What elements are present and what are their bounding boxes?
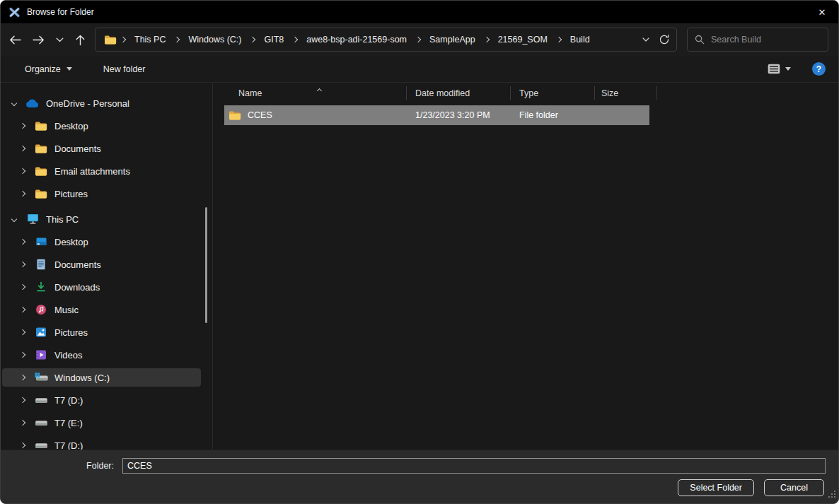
drive-windows-icon: [34, 371, 48, 384]
sidebar-item-onedrive-personal[interactable]: OneDrive - Personal: [2, 94, 201, 112]
sidebar-item-documents[interactable]: Documents: [2, 255, 201, 274]
forward-button[interactable]: [27, 29, 50, 50]
breadcrumb-segment[interactable]: GIT8: [259, 33, 289, 47]
sidebar-item-desktop[interactable]: Desktop: [2, 117, 201, 135]
sidebar-item-label: This PC: [46, 214, 79, 225]
close-icon: ✕: [818, 7, 826, 18]
sidebar-item-label: Documents: [54, 259, 101, 270]
sort-ascending-icon: [318, 85, 321, 95]
change-view-button[interactable]: [768, 64, 791, 74]
chevron-right-icon[interactable]: [18, 353, 28, 357]
chevron-down-icon[interactable]: [9, 217, 19, 221]
column-header-name[interactable]: Name: [213, 83, 407, 102]
chevron-right-icon[interactable]: [18, 146, 28, 151]
forward-arrow-icon: [32, 35, 45, 45]
close-button[interactable]: ✕: [806, 1, 838, 23]
chevron-down-icon: [56, 37, 64, 42]
help-button[interactable]: ?: [812, 62, 826, 76]
chevron-right-icon[interactable]: [18, 262, 28, 266]
sidebar-item-windows-c-[interactable]: Windows (C:): [2, 368, 201, 387]
chevron-right-icon[interactable]: [18, 307, 28, 312]
back-arrow-icon: [8, 35, 22, 45]
chevron-right-icon[interactable]: [18, 330, 28, 334]
breadcrumb-segment[interactable]: awe8-bsp-adi-21569-som: [301, 33, 412, 47]
footer-bar: Folder: Select Folder Cancel: [1, 450, 838, 503]
onedrive-icon: [25, 97, 40, 110]
search-box[interactable]: [687, 28, 828, 52]
help-icon: ?: [816, 64, 821, 74]
column-header-size[interactable]: Size: [595, 83, 657, 102]
file-list-pane: Name Date modified Type Size CCES 1/23/2…: [213, 83, 838, 450]
chevron-right-icon[interactable]: [18, 192, 28, 196]
chevron-right-icon[interactable]: [18, 285, 28, 289]
chevron-right-icon[interactable]: [18, 169, 28, 173]
breadcrumb-chevron-icon: [118, 37, 128, 42]
resize-grip-icon[interactable]: [827, 488, 836, 501]
sidebar-item-label: Windows (C:): [54, 373, 110, 383]
sidebar-item-label: T7 (E:): [54, 418, 83, 428]
search-input[interactable]: [711, 35, 821, 45]
view-dropdown-caret-icon: [785, 67, 791, 71]
sidebar-item-downloads[interactable]: Downloads: [2, 278, 201, 296]
sidebar-item-label: Desktop: [54, 121, 88, 131]
sidebar-item-label: OneDrive - Personal: [46, 98, 129, 109]
navigation-pane: OneDrive - PersonalDesktopDocumentsEmail…: [1, 83, 213, 450]
drive-icon: [34, 439, 48, 450]
cancel-button[interactable]: Cancel: [764, 479, 824, 496]
folder-field-label: Folder:: [1, 461, 114, 471]
sidebar-item-email-attachments[interactable]: Email attachments: [2, 162, 201, 180]
sidebar-item-label: T7 (D:): [54, 395, 83, 406]
sidebar-item-music[interactable]: Music: [2, 300, 201, 319]
breadcrumb-segment[interactable]: SampleApp: [424, 33, 480, 47]
cces-app-icon: [8, 6, 21, 18]
music-icon: [34, 303, 48, 316]
command-toolbar: Organize New folder ?: [1, 56, 838, 83]
sidebar-item-label: Pictures: [54, 327, 88, 338]
sidebar-item-label: Videos: [54, 350, 83, 361]
breadcrumb-segment[interactable]: Build: [565, 33, 595, 47]
chevron-right-icon[interactable]: [18, 421, 28, 425]
chevron-right-icon[interactable]: [18, 398, 28, 402]
address-bar[interactable]: This PCWindows (C:)GIT8awe8-bsp-adi-2156…: [95, 28, 677, 52]
sidebar-item-t7-e-[interactable]: T7 (E:): [2, 414, 201, 432]
chevron-right-icon[interactable]: [18, 240, 28, 244]
sidebar-item-documents[interactable]: Documents: [2, 139, 201, 158]
file-name: CCES: [248, 110, 272, 120]
new-folder-button[interactable]: New folder: [103, 64, 146, 74]
sidebar-item-videos[interactable]: Videos: [2, 346, 201, 364]
breadcrumb-segment[interactable]: This PC: [129, 33, 170, 47]
sidebar-item-label: T7 (D:): [54, 440, 83, 450]
sidebar-item-t7-d-[interactable]: T7 (D:): [2, 391, 201, 409]
sidebar-scrollbar[interactable]: [205, 207, 207, 323]
sidebar-item-label: Email attachments: [54, 166, 130, 177]
organize-button[interactable]: Organize: [25, 64, 72, 74]
sidebar-item-label: Downloads: [54, 282, 100, 293]
sidebar-item-this-pc[interactable]: This PC: [2, 210, 201, 228]
file-date-modified: 1/23/2023 3:20 PM: [407, 110, 511, 120]
sidebar-item-desktop[interactable]: Desktop: [2, 233, 201, 251]
breadcrumb-segment[interactable]: 21569_SOM: [493, 33, 552, 47]
select-folder-button[interactable]: Select Folder: [678, 479, 754, 496]
browse-for-folder-dialog: Browse for Folder ✕ This PCWindows (C:)G…: [0, 0, 839, 504]
sidebar-item-pictures[interactable]: Pictures: [2, 184, 201, 203]
sidebar-item-pictures[interactable]: Pictures: [2, 323, 201, 341]
breadcrumb-segment[interactable]: Windows (C:): [183, 33, 246, 47]
back-button[interactable]: [4, 29, 27, 50]
column-header-date-modified[interactable]: Date modified: [407, 83, 511, 102]
refresh-button[interactable]: [655, 30, 673, 49]
chevron-right-icon[interactable]: [18, 124, 28, 128]
file-row[interactable]: CCES 1/23/2023 3:20 PM File folder: [224, 105, 649, 125]
chevron-down-icon[interactable]: [9, 101, 19, 105]
refresh-icon: [659, 34, 670, 45]
recent-locations-button[interactable]: [50, 29, 69, 50]
new-folder-label: New folder: [103, 64, 146, 74]
folder-name-input[interactable]: [122, 458, 826, 474]
column-header-type[interactable]: Type: [511, 83, 595, 102]
address-dropdown-button[interactable]: [637, 30, 655, 49]
sidebar-item-t7-d-[interactable]: T7 (D:): [2, 436, 201, 450]
folder-icon: [34, 187, 48, 200]
breadcrumb-chevron-icon: [290, 37, 300, 42]
chevron-right-icon[interactable]: [18, 375, 28, 380]
chevron-right-icon[interactable]: [18, 443, 28, 447]
up-button[interactable]: [69, 29, 92, 50]
